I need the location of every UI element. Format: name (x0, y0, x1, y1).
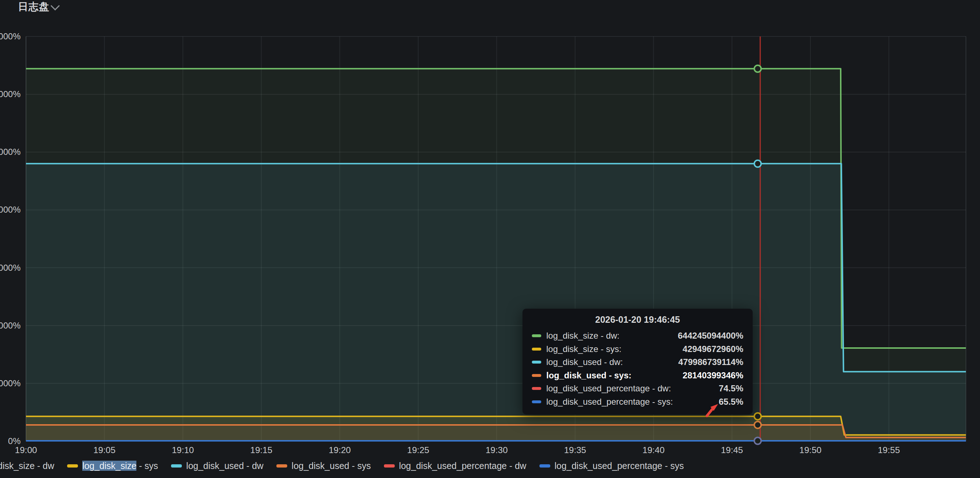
x-tick-label: 19:35 (550, 445, 600, 455)
y-tick-label: 200000000000% (0, 320, 21, 331)
x-tick-label: 19:05 (79, 445, 129, 455)
legend-color-swatch-icon (277, 464, 287, 467)
tooltip-row: log_disk_used_percentage - dw:74.5% (532, 382, 743, 395)
mouse-cursor-arrow-icon (703, 402, 722, 420)
x-tick-label: 19:00 (1, 445, 51, 455)
tooltip-series-label: log_disk_used - dw: (546, 357, 623, 367)
series-color-swatch-icon (532, 374, 541, 377)
x-tick-label: 19:15 (236, 445, 286, 455)
x-tick-label: 19:20 (315, 445, 365, 455)
legend-color-swatch-icon (67, 464, 78, 467)
x-tick-label: 19:25 (393, 445, 444, 455)
tooltip-series-value: 65.5% (719, 397, 743, 407)
series-color-swatch-icon (532, 387, 541, 390)
series-color-swatch-icon (532, 400, 541, 403)
x-tick-label: 19:55 (864, 445, 914, 455)
legend-label[interactable]: log_disk_used_percentage - dw (399, 460, 527, 471)
y-tick-label: 500000000000% (0, 146, 21, 158)
legend-item[interactable]: log_disk_used - sys (277, 460, 371, 471)
series-color-swatch-icon (532, 334, 541, 337)
y-tick-label: 400000000000% (0, 204, 21, 215)
tooltip-timestamp: 2026-01-20 19:46:45 (532, 314, 743, 325)
hover-point-marker (754, 421, 761, 428)
tooltip-row: log_disk_size - dw:644245094400% (532, 329, 743, 343)
tooltip-row: log_disk_used - dw:479986739114% (532, 355, 743, 369)
tooltip-series-value: 644245094400% (678, 331, 743, 341)
hover-point-marker (754, 413, 761, 420)
legend-color-swatch-icon (171, 464, 182, 467)
x-tick-label: 19:40 (628, 445, 679, 455)
tooltip-rows: log_disk_size - dw:644245094400%log_disk… (532, 329, 743, 408)
legend-label[interactable]: log_disk_size - dw (0, 460, 54, 471)
tooltip-series-value: 479986739114% (678, 357, 743, 367)
y-tick-label: 100000000000% (0, 378, 21, 389)
legend-label[interactable]: log_disk_size - sys (82, 460, 158, 471)
y-tick-label: 600000000000% (0, 88, 21, 100)
legend-item[interactable]: log_disk_used_percentage - dw (384, 460, 527, 471)
tooltip-series-label: log_disk_used_percentage - sys: (546, 397, 673, 407)
tooltip-series-value: 42949672960% (682, 344, 743, 354)
series-fill (26, 425, 966, 441)
legend-item[interactable]: log_disk_used - dw (171, 460, 263, 471)
grafana-panel: 日志盘 LTXKX4PR9DLTXKX4PR9DLTXKX4PR9DLTXKX4… (0, 0, 980, 478)
hover-point-marker (754, 160, 761, 167)
series-fill (26, 164, 966, 441)
tooltip-series-label: log_disk_used_percentage - dw: (546, 383, 671, 394)
x-tick-label: 19:45 (707, 445, 757, 455)
legend: log_disk_size - dwlog_disk_size - syslog… (0, 460, 945, 471)
tooltip-series-label: log_disk_size - sys: (546, 344, 621, 354)
tooltip-series-label: log_disk_size - dw: (546, 331, 619, 341)
legend-color-swatch-icon (384, 464, 395, 467)
legend-item[interactable]: log_disk_size - sys (67, 460, 158, 471)
legend-item[interactable]: log_disk_size - dw (0, 460, 54, 471)
hover-tooltip: 2026-01-20 19:46:45 log_disk_size - dw:6… (522, 309, 752, 414)
tooltip-row: log_disk_size - sys:42949672960% (532, 343, 743, 356)
series-color-swatch-icon (532, 348, 541, 351)
y-tick-label: 700000000000% (0, 31, 21, 42)
y-tick-label: 300000000000% (0, 262, 21, 274)
legend-label[interactable]: log_disk_used - dw (186, 460, 263, 471)
x-tick-label: 19:50 (785, 445, 836, 455)
tooltip-series-value: 28140399346% (682, 370, 743, 381)
hover-point-marker (754, 65, 761, 72)
legend-color-swatch-icon (539, 464, 550, 467)
hover-point-marker (754, 438, 761, 445)
legend-label[interactable]: log_disk_used_percentage - sys (555, 460, 684, 471)
x-tick-label: 19:30 (471, 445, 522, 455)
legend-label[interactable]: log_disk_used - sys (291, 460, 371, 471)
tooltip-row: log_disk_used - sys:28140399346% (532, 369, 743, 382)
tooltip-series-value: 74.5% (719, 383, 743, 394)
x-tick-label: 19:10 (158, 445, 208, 455)
series-color-swatch-icon (532, 361, 541, 363)
selected-text: log_disk_size (82, 460, 137, 471)
time-series-plot[interactable]: LTXKX4PR9DLTXKX4PR9DLTXKX4PR9DLTXKX4PR9D… (0, 0, 980, 478)
legend-item[interactable]: log_disk_used_percentage - sys (539, 460, 684, 471)
tooltip-series-label: log_disk_used - sys: (546, 370, 632, 381)
